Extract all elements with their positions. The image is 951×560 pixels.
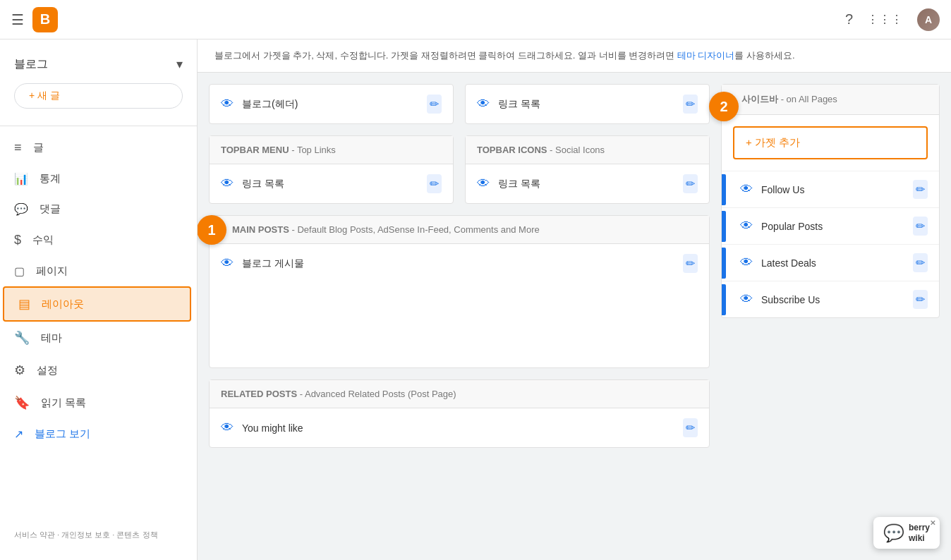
related-posts-item: 👁 You might like ✏ — [210, 408, 709, 447]
sidebar-item-layout-label: 레이아웃 — [42, 298, 84, 311]
popular-posts-widget: 👁 Popular Posts ✏ — [722, 207, 939, 244]
drag-handle-follow-us[interactable] — [722, 174, 726, 205]
view-icon: ↗ — [14, 427, 23, 441]
sidebar-item-theme[interactable]: 🔧 테마 — [0, 322, 188, 354]
header-widgets-row: 👁 블로그(헤더) ✏ 👁 링크 목록 — [209, 84, 710, 124]
theme-icon: 🔧 — [14, 330, 30, 346]
watermark-text: berrywiki — [909, 523, 930, 543]
eye-icon-link-list[interactable]: 👁 — [477, 97, 490, 111]
latest-deals-label: Latest Deals — [761, 257, 816, 269]
popular-posts-label: Popular Posts — [761, 221, 823, 232]
eye-icon-topbar-icons[interactable]: 👁 — [477, 176, 490, 191]
badge-1: 1 — [198, 215, 226, 245]
edit-icon-blog-header[interactable]: ✏ — [427, 95, 442, 114]
hamburger-icon[interactable]: ☰ — [11, 11, 24, 28]
edit-icon-latest-deals[interactable]: ✏ — [913, 253, 928, 272]
follow-us-widget: 👁 Follow Us ✏ — [722, 171, 939, 207]
help-icon[interactable]: ? — [845, 11, 853, 28]
comments-icon: 💬 — [14, 202, 28, 216]
sidebar-right-header: 사이드바 - on All Pages — [722, 85, 939, 115]
topbar-icons-section: TOPBAR ICONS - Social Icons 👁 링크 목록 ✏ — [465, 135, 710, 204]
sidebar-item-posts[interactable]: ≡ 글 — [0, 132, 188, 164]
sidebar-item-posts-label: 글 — [33, 141, 44, 154]
edit-icon-follow-us[interactable]: ✏ — [913, 180, 928, 199]
subscribe-us-label: Subscribe Us — [761, 294, 820, 305]
sidebar-item-reading[interactable]: 🔖 읽기 목록 — [0, 386, 188, 419]
blog-header-widget: 👁 블로그(헤더) ✏ — [209, 84, 454, 124]
layout-icon: ▤ — [18, 296, 30, 312]
related-posts-section: RELATED POSTS - Advanced Related Posts (… — [209, 379, 710, 448]
blog-header-item: 👁 블로그(헤더) ✏ — [210, 85, 453, 123]
reading-icon: 🔖 — [14, 395, 30, 410]
topbar-menu-section: TOPBAR MENU - Top Links 👁 링크 목록 ✏ — [209, 135, 454, 204]
watermark: 💬 berrywiki ✕ — [873, 517, 940, 549]
layout: 블로그 ▾ + 새 글 ≡ 글 📊 통계 💬 댓글 $ 수익 ▢ 페이지 — [0, 39, 951, 560]
topbar-menu-header: TOPBAR MENU - Top Links — [210, 136, 453, 164]
drag-handle-latest-deals[interactable] — [722, 248, 726, 279]
stats-icon: 📊 — [14, 172, 28, 185]
eye-icon-follow-us[interactable]: 👁 — [740, 182, 753, 197]
eye-icon-blog-header[interactable]: 👁 — [221, 97, 234, 111]
sidebar-item-earnings[interactable]: $ 수익 — [0, 224, 188, 256]
edit-icon-topbar-menu[interactable]: ✏ — [427, 174, 442, 193]
link-list-widget: 👁 링크 목록 ✏ — [465, 84, 710, 124]
sidebar-item-comments[interactable]: 💬 댓글 — [0, 194, 188, 224]
new-post-button[interactable]: + 새 글 — [14, 83, 183, 109]
add-gadget-button[interactable]: + 가젯 추가 — [733, 126, 928, 159]
topbar-sections-row: TOPBAR MENU - Top Links 👁 링크 목록 ✏ — [209, 135, 710, 204]
main-posts-section: 1 MAIN POSTS - Default Blog Posts, AdSen… — [209, 215, 710, 368]
sidebar-item-stats[interactable]: 📊 통계 — [0, 164, 188, 194]
watermark-close[interactable]: ✕ — [930, 519, 935, 527]
edit-icon-subscribe-us[interactable]: ✏ — [913, 290, 928, 309]
sidebar-item-settings-label: 설정 — [37, 364, 58, 377]
apps-icon[interactable]: ⋮⋮⋮ — [867, 13, 903, 26]
sidebar-dropdown-icon[interactable]: ▾ — [176, 56, 183, 72]
eye-icon-related-posts[interactable]: 👁 — [221, 420, 234, 435]
sidebar-item-settings[interactable]: ⚙ 설정 — [0, 354, 188, 386]
eye-icon-topbar-menu[interactable]: 👁 — [221, 176, 234, 191]
badge-2: 2 — [709, 92, 739, 121]
sidebar: 블로그 ▾ + 새 글 ≡ 글 📊 통계 💬 댓글 $ 수익 ▢ 페이지 — [0, 39, 198, 560]
edit-icon-topbar-icons[interactable]: ✏ — [683, 174, 698, 193]
theme-designer-link[interactable]: 테마 디자이너 — [677, 50, 735, 61]
settings-icon: ⚙ — [14, 363, 25, 378]
right-column: 2 사이드바 - on All Pages + 가젯 추가 👁 — [721, 84, 940, 448]
eye-icon-latest-deals[interactable]: 👁 — [740, 255, 753, 270]
latest-deals-widget: 👁 Latest Deals ✏ — [722, 244, 939, 281]
sidebar-item-layout[interactable]: ▤ 레이아웃 — [3, 286, 191, 322]
info-bar: 블로그에서 가젯을 추가, 삭제, 수정합니다. 가젯을 재정렬하려면 클릭하여… — [198, 39, 951, 73]
blogger-logo: B — [32, 7, 58, 32]
link-list-label: 링크 목록 — [498, 98, 540, 111]
earnings-icon: $ — [14, 233, 21, 248]
edit-icon-related-posts[interactable]: ✏ — [683, 418, 698, 437]
watermark-icon: 💬 — [883, 523, 904, 543]
edit-icon-link-list[interactable]: ✏ — [683, 95, 698, 114]
sidebar-item-stats-label: 통계 — [40, 172, 61, 185]
topbar-menu-item: 👁 링크 목록 ✏ — [210, 164, 453, 203]
eye-icon-subscribe-us[interactable]: 👁 — [740, 292, 753, 307]
sidebar-item-pages[interactable]: ▢ 페이지 — [0, 256, 188, 286]
sidebar-right-panel: 2 사이드바 - on All Pages + 가젯 추가 👁 — [721, 84, 940, 318]
topbar: ☰ B ? ⋮⋮⋮ A — [0, 0, 951, 39]
sidebar-blog-title: 블로그 — [14, 57, 48, 72]
related-posts-header: RELATED POSTS - Advanced Related Posts (… — [210, 380, 709, 408]
sidebar-footer: 서비스 약관 · 개인정보 보호 · 콘텐츠 정책 — [0, 521, 197, 549]
eye-icon-main-posts[interactable]: 👁 — [221, 256, 234, 271]
avatar[interactable]: A — [917, 8, 940, 31]
topbar-menu-widget-label: 링크 목록 — [242, 178, 284, 190]
sidebar-item-pages-label: 페이지 — [36, 264, 68, 278]
drag-handle-subscribe-us[interactable] — [722, 284, 726, 315]
sidebar-divider — [0, 126, 197, 126]
drag-handle-popular-posts[interactable] — [722, 211, 726, 242]
topbar-icons-item: 👁 링크 목록 ✏ — [466, 164, 709, 203]
main-posts-header: MAIN POSTS - Default Blog Posts, AdSense… — [210, 216, 709, 244]
sidebar-item-view-label: 블로그 보기 — [35, 427, 90, 441]
eye-icon-popular-posts[interactable]: 👁 — [740, 219, 753, 233]
main-posts-widget-label: 블로그 게시물 — [242, 257, 304, 270]
sidebar-item-view[interactable]: ↗ 블로그 보기 — [0, 419, 188, 449]
sidebar-blog-header: 블로그 ▾ — [0, 51, 197, 83]
edit-icon-main-posts[interactable]: ✏ — [683, 254, 698, 273]
edit-icon-popular-posts[interactable]: ✏ — [913, 217, 928, 236]
topbar-left: ☰ B — [11, 7, 58, 32]
blog-header-label: 블로그(헤더) — [242, 98, 298, 111]
